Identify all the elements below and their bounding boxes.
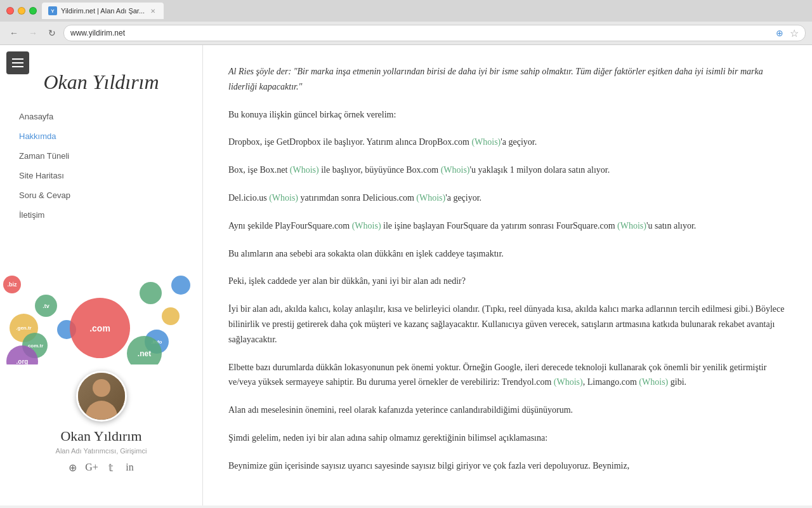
- article-content: Al Ries şöyle der: "Bir marka inşa etmen…: [228, 64, 787, 474]
- domain-bubble-9: [171, 276, 190, 295]
- whois-link-delicious-old[interactable]: (Whois): [269, 193, 298, 203]
- avatar: [76, 371, 127, 422]
- paragraph-conclusion: Alan adı meselesinin önemini, reel olara…: [228, 403, 787, 418]
- sidebar-item-hakkimda[interactable]: Hakkımda: [0, 126, 202, 146]
- url-text: www.yildirim.net: [70, 29, 772, 37]
- browser-titlebar: Y Yildirim.net | Alan Adı Şar... ✕: [0, 0, 812, 22]
- paragraph-box: Box, işe Box.net (Whois) ile başlıyor, b…: [228, 163, 787, 178]
- tab-close-button[interactable]: ✕: [148, 6, 157, 15]
- traffic-lights: [6, 7, 37, 15]
- hamburger-line-2: [12, 62, 23, 64]
- sidebar-item-iletisim[interactable]: İletişim: [0, 205, 202, 225]
- paragraph-brain: Beynimize gün içerisinde sayısız uyarıcı…: [228, 458, 787, 474]
- paragraph-reason: Bu alımların ana sebebi ara sokakta olan…: [228, 246, 787, 262]
- bookmark-icon[interactable]: ☆: [790, 27, 799, 39]
- hamburger-line-3: [12, 66, 23, 67]
- paragraph-good-domain: İyi bir alan adı, akılda kalıcı, kolay a…: [228, 302, 787, 347]
- hamburger-line-1: [12, 58, 23, 60]
- paragraph-exceptions: Elbette bazı durumlarda dükkân lokasyonu…: [228, 360, 787, 391]
- profile-title: Alan Adı Yatırımcısı, Girişimci: [13, 447, 190, 455]
- domain-bubble-1: .tv: [35, 295, 57, 317]
- paragraph-quote: Al Ries şöyle der: "Bir marka inşa etmen…: [228, 64, 787, 95]
- whois-link-foursquare-new[interactable]: (Whois): [617, 221, 646, 231]
- whois-link-box-com[interactable]: (Whois): [441, 165, 470, 175]
- domain-bubble-5: .com: [70, 298, 130, 358]
- forward-button[interactable]: →: [25, 25, 41, 41]
- social-icons: ⊕ G+ 𝕥 in: [13, 461, 190, 474]
- site-logo: Okan Yıldırım: [0, 58, 202, 100]
- paragraph-delicious: Del.icio.us (Whois) yatırımdan sonra Del…: [228, 190, 787, 206]
- sidebar-item-zaman-tuneli[interactable]: Zaman Tüneli: [0, 146, 202, 166]
- linkedin-icon[interactable]: in: [124, 461, 136, 474]
- sidebar-item-anasayfa[interactable]: Anasayfa: [0, 107, 202, 126]
- profile-name: Okan Yıldırım: [13, 428, 190, 444]
- tab-favicon: Y: [48, 6, 57, 15]
- whois-link-delicious-new[interactable]: (Whois): [416, 193, 445, 203]
- browser-tab[interactable]: Y Yildirim.net | Alan Adı Şar... ✕: [42, 3, 164, 19]
- domain-bubble-3: .biz: [3, 276, 21, 293]
- back-button[interactable]: ←: [6, 25, 22, 41]
- content-area: Al Ries şöyle der: "Bir marka inşa etmen…: [203, 45, 812, 505]
- page-layout: Okan Yıldırım Anasayfa Hakkımda Zaman Tü…: [0, 45, 812, 505]
- twitter-icon[interactable]: 𝕥: [105, 461, 117, 474]
- google-plus-icon[interactable]: G+: [86, 461, 98, 474]
- whois-link-dropbox[interactable]: (Whois): [471, 137, 501, 147]
- browser-toolbar: ← → ↻ www.yildirim.net ⊕ ☆: [0, 22, 812, 44]
- extension-icon: ⊕: [776, 28, 786, 38]
- whois-link-foursquare-old[interactable]: (Whois): [352, 221, 381, 231]
- sidebar-menu-button[interactable]: [6, 51, 29, 74]
- domain-bubble-7: [162, 307, 180, 325]
- domain-bubbles-illustration: .gen.tr.tv.biz.com.tr.com.info.org.net: [0, 237, 203, 364]
- refresh-button[interactable]: ↻: [44, 25, 60, 41]
- sidebar-item-soru-cevap[interactable]: Soru & Cevap: [0, 185, 202, 205]
- sidebar-navigation: Anasayfa Hakkımda Zaman Tüneli Site Hari…: [0, 100, 202, 231]
- paragraph-question: Peki, işlek caddede yer alan bir dükkân,…: [228, 274, 787, 289]
- close-button[interactable]: [6, 7, 14, 15]
- profile-section: Okan Yıldırım Alan Adı Yatırımcısı, Giri…: [0, 364, 202, 486]
- rss-icon[interactable]: ⊕: [67, 461, 79, 474]
- tab-title: Yildirim.net | Alan Adı Şar...: [61, 7, 145, 15]
- whois-link-limango[interactable]: (Whois): [639, 377, 668, 387]
- paragraph-science-intro: Şimdi gelelim, neden iyi bir alan adına …: [228, 431, 787, 446]
- sidebar: Okan Yıldırım Anasayfa Hakkımda Zaman Tü…: [0, 45, 203, 505]
- domain-bubble-6: [140, 282, 162, 304]
- maximize-button[interactable]: [29, 7, 37, 15]
- quote-text: Al Ries şöyle der: "Bir marka inşa etmen…: [228, 67, 763, 91]
- paragraph-intro: Bu konuya ilişkin güncel birkaç örnek ve…: [228, 107, 787, 123]
- paragraph-foursquare: Aynı şekilde PlayFourSquare.com (Whois) …: [228, 218, 787, 234]
- sidebar-item-site-haritasi[interactable]: Site Haritası: [0, 166, 202, 185]
- minimize-button[interactable]: [18, 7, 25, 15]
- whois-link-box-net[interactable]: (Whois): [290, 165, 319, 175]
- paragraph-dropbox: Dropbox, işe GetDropbox ile başlıyor. Ya…: [228, 135, 787, 150]
- address-bar[interactable]: www.yildirim.net ⊕ ☆: [63, 25, 806, 41]
- whois-link-trendyol[interactable]: (Whois): [554, 377, 583, 387]
- browser-chrome: Y Yildirim.net | Alan Adı Şar... ✕ ← → ↻…: [0, 0, 812, 45]
- avatar-image: [78, 373, 125, 420]
